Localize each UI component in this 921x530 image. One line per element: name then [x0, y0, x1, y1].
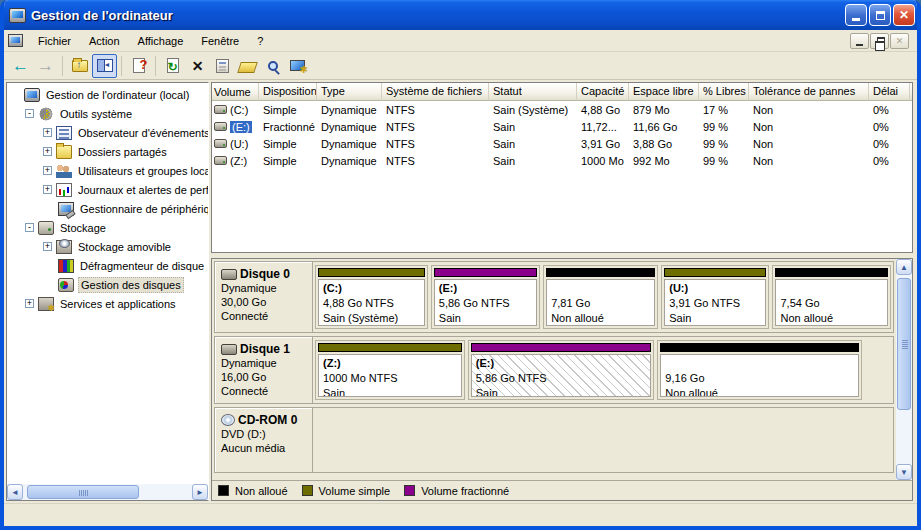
collapse-expander[interactable]: -	[25, 109, 34, 118]
forward-button[interactable]: →	[33, 54, 58, 78]
tree-item-shared-folders[interactable]: + Dossiers partagés	[7, 142, 208, 161]
tree-item-performance-logs[interactable]: + Journaux et alertes de performance	[7, 180, 208, 199]
open-folder-button[interactable]	[235, 54, 260, 78]
tree-item-local-users-groups[interactable]: + Utilisateurs et groupes locaux	[7, 161, 208, 180]
column-header-status[interactable]: Statut	[489, 83, 577, 101]
help-button[interactable]: ?	[126, 54, 151, 78]
tree-item-removable-storage[interactable]: + Stockage amovible	[7, 237, 208, 256]
disk-icon	[221, 269, 237, 280]
disk-row-1: Disque 1 Dynamique 16,00 Go Connecté (Z:…	[214, 336, 894, 404]
partition-z[interactable]: (Z:)1000 Mo NTFSSain	[315, 340, 465, 400]
scroll-up-button[interactable]: ▲	[896, 259, 912, 275]
tree-item-computer-management[interactable]: Gestion de l'ordinateur (local)	[7, 85, 208, 104]
toolbar-separator	[62, 56, 63, 76]
scrollbar-thumb[interactable]	[27, 485, 139, 499]
expand-expander[interactable]: +	[43, 185, 52, 194]
tree-item-services-applications[interactable]: + Services et applications	[7, 294, 208, 313]
unallocated-3[interactable]: 9,16 GoNon alloué	[657, 340, 862, 400]
users-groups-icon	[56, 164, 72, 178]
partition-u[interactable]: (U:)3,91 Go NTFSSain	[661, 265, 769, 329]
disk-row-0: Disque 0 Dynamique 30,00 Go Connecté (C:…	[214, 261, 894, 333]
scrollbar-thumb[interactable]	[897, 278, 911, 410]
scroll-down-button[interactable]: ▼	[896, 464, 912, 480]
scroll-right-button[interactable]: ►	[192, 484, 208, 500]
partition-e-disk0[interactable]: (E:)5,86 Go NTFSSain	[431, 265, 540, 329]
maximize-icon	[876, 11, 885, 20]
close-icon: ✕	[899, 9, 909, 21]
cell-pct-free: 99 %	[699, 137, 749, 151]
disk1-label[interactable]: Disque 1 Dynamique 16,00 Go Connecté	[215, 337, 313, 403]
column-header-disposition[interactable]: Disposition	[259, 83, 317, 101]
delete-button[interactable]: ✕	[185, 54, 210, 78]
cdrom-label[interactable]: CD-ROM 0 DVD (D:) Aucun média	[215, 408, 313, 472]
menu-fichier[interactable]: Fichier	[29, 32, 80, 50]
view-button[interactable]	[260, 54, 285, 78]
unallocated-band	[660, 343, 859, 352]
partition-e-disk1-selected[interactable]: (E:)5,86 Go NTFSSain	[468, 340, 655, 400]
computer-icon	[24, 88, 40, 102]
expand-expander[interactable]: +	[25, 299, 34, 308]
maximize-button[interactable]	[869, 4, 891, 26]
menu-affichage[interactable]: Affichage	[129, 32, 193, 50]
tree-item-disk-defragmenter[interactable]: Défragmenteur de disque	[7, 256, 208, 275]
table-row-volume-z[interactable]: (Z:) Simple Dynamique NTFS Sain 1000 Mo …	[212, 152, 912, 169]
menu-help[interactable]: ?	[248, 32, 272, 50]
unallocated-1[interactable]: 7,81 GoNon alloué	[543, 265, 658, 329]
column-header-fault-tolerance[interactable]: Tolérance de pannes	[749, 83, 869, 101]
tree-item-device-manager[interactable]: Gestionnaire de périphériques	[7, 199, 208, 218]
collapse-expander[interactable]: -	[25, 223, 34, 232]
graph-vertical-scrollbar[interactable]: ▲ ▼	[896, 259, 912, 480]
column-header-volume[interactable]: Volume	[212, 83, 259, 101]
tree-horizontal-scrollbar[interactable]: ◄ ►	[7, 484, 208, 500]
up-one-level-icon	[72, 60, 88, 72]
computer-gear-icon	[290, 60, 305, 71]
menu-bar: Fichier Action Affichage Fenêtre ? ✕	[4, 30, 917, 52]
legend-label-unallocated: Non alloué	[235, 485, 288, 497]
toolbar-separator	[155, 56, 156, 76]
table-row-volume-u[interactable]: (U:) Simple Dynamique NTFS Sain 3,91 Go …	[212, 135, 912, 152]
mdi-close-button[interactable]: ✕	[890, 33, 909, 49]
spanned-volume-band	[434, 268, 537, 277]
mdi-child-icon[interactable]	[8, 34, 23, 47]
expand-expander[interactable]: +	[43, 242, 52, 251]
column-header-free-space[interactable]: Espace libre	[629, 83, 699, 101]
title-bar[interactable]: Gestion de l'ordinateur ✕	[0, 0, 921, 30]
column-header-type[interactable]: Type	[317, 83, 382, 101]
show-hide-tree-button[interactable]	[92, 54, 117, 78]
cell-status: Sain	[489, 154, 577, 168]
refresh-button[interactable]: ↻	[160, 54, 185, 78]
mdi-restore-button[interactable]	[870, 33, 889, 49]
expand-expander[interactable]: +	[43, 147, 52, 156]
scroll-left-button[interactable]: ◄	[7, 484, 23, 500]
tree-item-disk-management[interactable]: Gestion des disques	[7, 275, 208, 294]
table-row-volume-e[interactable]: (E:) Fractionné Dynamique NTFS Sain 11,7…	[212, 118, 912, 135]
services-applications-icon	[38, 297, 54, 311]
column-header-pct-free[interactable]: % Libres	[699, 83, 749, 101]
back-button[interactable]: ←	[8, 54, 33, 78]
minimize-button[interactable]	[845, 4, 867, 26]
up-one-level-button[interactable]	[67, 54, 92, 78]
unallocated-2[interactable]: 7,54 GoNon alloué	[772, 265, 891, 329]
mdi-restore-icon	[877, 37, 885, 44]
menu-action[interactable]: Action	[80, 32, 129, 50]
mdi-minimize-button[interactable]	[850, 33, 869, 49]
legend-bar: Non alloué Volume simple Volume fraction…	[212, 480, 912, 500]
column-header-capacity[interactable]: Capacité	[577, 83, 629, 101]
tree-item-storage[interactable]: - Stockage	[7, 218, 208, 237]
column-header-delay[interactable]: Délai	[869, 83, 910, 101]
expand-expander[interactable]: +	[43, 128, 52, 137]
expand-expander[interactable]: +	[43, 166, 52, 175]
disk0-label[interactable]: Disque 0 Dynamique 30,00 Go Connecté	[215, 262, 313, 332]
unallocated-band	[546, 268, 655, 277]
table-row-volume-c[interactable]: (C:) Simple Dynamique NTFS Sain (Système…	[212, 101, 912, 118]
menu-fenetre[interactable]: Fenêtre	[192, 32, 248, 50]
column-header-filesystem[interactable]: Système de fichiers	[382, 83, 489, 101]
manage-computer-button[interactable]	[285, 54, 310, 78]
tree-item-event-viewer[interactable]: + Observateur d'événements	[7, 123, 208, 142]
close-button[interactable]: ✕	[893, 4, 915, 26]
partition-c[interactable]: (C:)4,88 Go NTFSSain (Système)	[315, 265, 428, 329]
properties-button[interactable]	[210, 54, 235, 78]
legend-label-simple: Volume simple	[319, 485, 391, 497]
cell-free-space: 879 Mo	[629, 103, 699, 117]
tree-item-system-tools[interactable]: - Outils système	[7, 104, 208, 123]
